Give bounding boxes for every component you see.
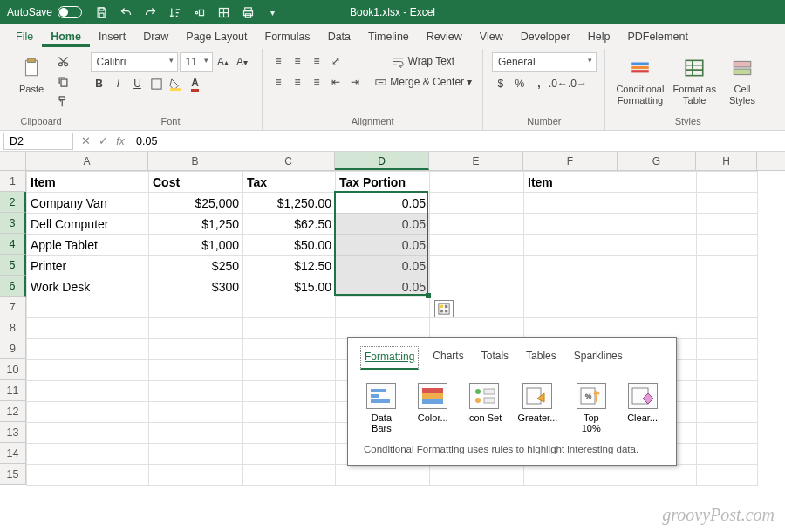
cell[interactable]	[524, 465, 618, 486]
cell[interactable]	[243, 360, 336, 381]
tab-timeline[interactable]: Timeline	[359, 27, 418, 47]
cell[interactable]	[430, 172, 524, 193]
cell[interactable]: Tax Portion	[336, 172, 430, 193]
accounting-format-icon[interactable]: $	[492, 75, 509, 92]
worksheet[interactable]: ABCDEFGH 123456789101112131415 ItemCostT…	[0, 152, 785, 532]
cell[interactable]: 0.05	[336, 193, 430, 214]
copy-icon[interactable]	[54, 72, 72, 90]
cell[interactable]	[430, 465, 524, 486]
cell[interactable]	[697, 297, 758, 318]
cell[interactable]	[336, 318, 430, 339]
cell[interactable]	[618, 276, 697, 297]
cell[interactable]	[618, 235, 697, 256]
cell[interactable]	[697, 318, 758, 339]
cell[interactable]: $50.00	[243, 235, 336, 256]
cell[interactable]	[524, 256, 618, 276]
cell[interactable]: 0.05	[336, 214, 430, 235]
number-format-dropdown[interactable]: General	[492, 52, 597, 72]
cell[interactable]: $1,250	[149, 214, 243, 235]
cell[interactable]: $15.00	[243, 276, 336, 297]
column-header-C[interactable]: C	[242, 152, 335, 170]
enter-formula-icon[interactable]: ✓	[94, 134, 112, 147]
align-center-icon[interactable]: ≡	[289, 73, 306, 91]
cell[interactable]	[524, 297, 618, 318]
cell[interactable]	[27, 339, 149, 360]
tab-help[interactable]: Help	[579, 27, 619, 47]
align-left-icon[interactable]: ≡	[270, 73, 287, 91]
cell[interactable]: Tax	[243, 172, 336, 193]
cancel-formula-icon[interactable]: ✕	[77, 134, 94, 147]
popup-item-databars[interactable]: Data Bars	[364, 383, 399, 433]
cell[interactable]	[27, 402, 149, 423]
row-header-9[interactable]: 9	[0, 338, 26, 359]
column-header-F[interactable]: F	[523, 152, 618, 170]
font-color-button[interactable]: A	[187, 75, 204, 92]
wrap-text-button[interactable]: Wrap Text	[371, 52, 475, 70]
font-family-dropdown[interactable]: Calibri	[91, 52, 178, 72]
popup-item-iconset[interactable]: Icon Set	[467, 383, 502, 433]
fill-color-button[interactable]	[167, 75, 185, 92]
cell[interactable]	[697, 235, 758, 256]
row-header-4[interactable]: 4	[0, 234, 26, 255]
cell[interactable]	[697, 276, 758, 297]
tab-view[interactable]: View	[471, 27, 512, 47]
row-header-6[interactable]: 6	[0, 276, 26, 297]
cell[interactable]: $1,250.00	[243, 193, 336, 214]
cell[interactable]	[618, 193, 697, 214]
cell[interactable]	[27, 423, 149, 444]
cell[interactable]	[149, 339, 243, 360]
tab-review[interactable]: Review	[418, 27, 471, 47]
cell[interactable]	[243, 339, 336, 360]
cell[interactable]	[618, 465, 697, 486]
cell[interactable]	[697, 402, 758, 423]
redo-icon[interactable]	[143, 5, 157, 19]
decrease-decimal-icon[interactable]: .0→	[569, 75, 586, 92]
cell[interactable]: $12.50	[243, 256, 336, 276]
row-header-14[interactable]: 14	[0, 443, 26, 464]
cell[interactable]	[243, 444, 336, 465]
orientation-icon[interactable]: ⤢	[327, 52, 345, 70]
cell[interactable]: $300	[149, 276, 243, 297]
cell[interactable]	[243, 297, 336, 318]
sort-icon[interactable]	[167, 5, 181, 19]
autosave-toggle[interactable]	[58, 6, 82, 18]
align-right-icon[interactable]: ≡	[308, 73, 325, 91]
fx-icon[interactable]: fx	[112, 135, 129, 147]
cell[interactable]	[524, 318, 618, 339]
cell[interactable]	[27, 444, 149, 465]
tab-home[interactable]: Home	[42, 27, 90, 47]
cell[interactable]	[524, 235, 618, 256]
font-size-dropdown[interactable]: 11	[180, 52, 213, 72]
format-as-table-button[interactable]: Format as Table	[669, 52, 720, 108]
quick-analysis-button[interactable]	[434, 300, 454, 317]
row-header-1[interactable]: 1	[0, 171, 26, 192]
cell[interactable]	[149, 360, 243, 381]
column-header-G[interactable]: G	[618, 152, 696, 170]
save-icon[interactable]	[94, 5, 108, 19]
cell[interactable]	[697, 444, 758, 465]
cell[interactable]: $25,000	[149, 193, 243, 214]
cell[interactable]	[243, 402, 336, 423]
tab-file[interactable]: File	[7, 27, 42, 47]
popup-item-greater[interactable]: Greater...	[517, 383, 557, 433]
cell[interactable]	[697, 339, 758, 360]
cell[interactable]	[27, 318, 149, 339]
tab-formulas[interactable]: Formulas	[256, 27, 319, 47]
cell[interactable]	[697, 172, 758, 193]
cell[interactable]	[697, 193, 758, 214]
row-header-12[interactable]: 12	[0, 401, 26, 422]
paste-button[interactable]: Paste	[10, 52, 52, 97]
cell[interactable]	[149, 297, 243, 318]
cell[interactable]	[149, 423, 243, 444]
align-top-icon[interactable]: ≡	[270, 52, 287, 70]
popup-tab-formatting[interactable]: Formatting	[360, 346, 419, 370]
conditional-formatting-button[interactable]: Conditional Formatting	[612, 52, 667, 108]
bold-button[interactable]: B	[91, 75, 108, 92]
cell[interactable]	[149, 318, 243, 339]
column-header-H[interactable]: H	[696, 152, 757, 170]
cell[interactable]: 0.05	[336, 276, 430, 297]
tab-data[interactable]: Data	[319, 27, 359, 47]
cell[interactable]: 0.05	[336, 256, 430, 276]
cell[interactable]	[618, 318, 697, 339]
cell[interactable]	[618, 214, 697, 235]
